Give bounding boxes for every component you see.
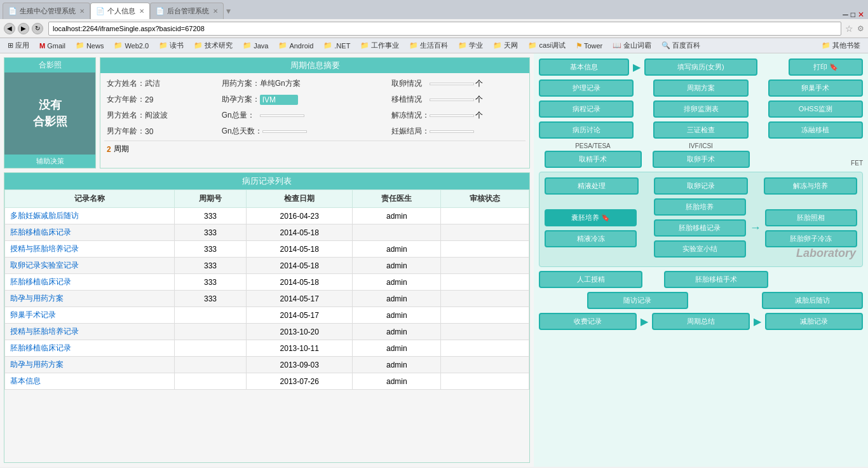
thaw-value: [430, 114, 474, 117]
record-date-cell: 2016-04-23: [247, 208, 353, 224]
period-summary-button[interactable]: 周期总结: [652, 313, 750, 330]
table-row: 助孕与用药方案3332014-05-17admin: [5, 291, 529, 307]
embryo-photo-button[interactable]: 胚胎照相: [765, 209, 857, 226]
embryo-transfer-surgery-button[interactable]: 胚胎移植手术: [664, 271, 768, 288]
maximize-button[interactable]: □: [851, 10, 855, 19]
bookmark-work[interactable]: 📁 工作事业: [356, 40, 403, 51]
oocyte-field: 取卵情况 个: [389, 77, 526, 90]
bookmark-android[interactable]: 📁 Android: [275, 41, 317, 50]
records-table-section: 病历记录列表 记录名称 周期号 检查日期 责任医生 审核状态 多胎妊娠减胎后随访…: [4, 172, 530, 463]
embryo-transfer-record-button[interactable]: 胚胎移植记录: [654, 219, 746, 237]
record-name-cell[interactable]: 助孕与用药方案: [5, 291, 175, 307]
three-cert-check-button[interactable]: 三证检查: [653, 121, 748, 139]
fill-medical-record-button[interactable]: 填写病历(女男): [644, 59, 757, 76]
casi-icon: 📁: [528, 41, 537, 50]
gmail-icon: M: [39, 42, 45, 50]
record-name-cell[interactable]: 授精与胚胎培养记录: [5, 241, 175, 258]
sperm-freeze-button[interactable]: 精液冷冻: [545, 230, 637, 247]
table-row: 授精与胚胎培养记录3332014-05-18admin: [5, 241, 529, 258]
print-button[interactable]: 打印 🔖: [789, 59, 863, 76]
sperm-process-button[interactable]: 精液处理: [545, 177, 639, 195]
dotnet-icon: 📁: [323, 41, 332, 50]
bookmark-tianwang[interactable]: 📁 天网: [489, 40, 522, 51]
thaw-culture-button[interactable]: 解冻与培养: [764, 177, 858, 195]
nursing-record-button[interactable]: 护理记录: [539, 79, 634, 97]
assist-field: 助孕方案： IVM: [219, 93, 389, 106]
period-plan-button[interactable]: 周期方案: [653, 79, 748, 97]
bookmark-dotnet[interactable]: 📁 .NET: [320, 41, 354, 50]
close-button[interactable]: ✕: [858, 10, 864, 19]
bookmark-apps-label: 应用: [15, 41, 29, 50]
bookmark-apps[interactable]: ⊞ 应用: [4, 40, 33, 51]
record-name-cell[interactable]: 取卵记录实验室记录: [5, 258, 175, 274]
embryo-egg-freeze-button[interactable]: 胚胎卵子冷冻: [765, 230, 857, 247]
reduce-record-button[interactable]: 减胎记录: [765, 313, 863, 330]
basic-info-button[interactable]: 基本信息: [539, 59, 629, 76]
female-age-label: 女方年龄：: [107, 94, 145, 105]
new-tab-button[interactable]: ▾: [224, 3, 236, 19]
laboratory-label: Laboratory: [796, 247, 856, 260]
record-name-cell[interactable]: 助孕与用药方案: [5, 357, 175, 373]
medical-discussion-button[interactable]: 病历讨论: [539, 121, 634, 139]
reduce-followup-button[interactable]: 减胎后随访: [762, 292, 863, 309]
android-icon: 📁: [278, 41, 287, 50]
lab-summary-button[interactable]: 实验室小结: [654, 240, 746, 258]
photo-header: 合影照: [4, 58, 95, 72]
egg-retrieval-button[interactable]: 取卵手术: [653, 151, 750, 168]
sperm-retrieval-button[interactable]: 取精手术: [545, 151, 642, 168]
tab-close-2[interactable]: ✕: [139, 8, 144, 15]
retrieve-record-button[interactable]: 取卵记录: [654, 177, 748, 195]
record-name-cell[interactable]: 胚胎移植临床记录: [5, 224, 175, 241]
record-name-cell[interactable]: 多胎妊娠减胎后随访: [5, 208, 175, 224]
life-icon: 📁: [409, 41, 418, 50]
embryo-culture-button[interactable]: 胚胎培养: [654, 198, 746, 216]
minimize-button[interactable]: ─: [843, 10, 848, 19]
tab-close-3[interactable]: ✕: [213, 8, 218, 15]
bookmark-gmail[interactable]: M Gmail: [36, 41, 69, 50]
bookmark-life[interactable]: 📁 生活百科: [405, 40, 452, 51]
forward-button[interactable]: ▶: [18, 23, 29, 34]
bookmark-tower[interactable]: ⚑ Tower: [572, 41, 606, 51]
bookmark-casi[interactable]: 📁 casi调试: [524, 40, 569, 51]
url-input[interactable]: [48, 22, 841, 36]
bookmark-jinshan[interactable]: 📖 金山词霸: [609, 40, 655, 51]
tab-personal-info[interactable]: 📄 个人信息 ✕: [90, 3, 150, 19]
tab-management-system[interactable]: 📄 生殖中心管理系统 ✕: [3, 3, 90, 19]
refresh-button[interactable]: ↻: [32, 23, 43, 34]
bookmark-others[interactable]: 📁 其他书签: [818, 40, 864, 51]
female-age-field: 女方年龄： 29: [104, 93, 219, 106]
artificial-insemination-button[interactable]: 人工授精: [539, 271, 642, 288]
gn-days-label: Gn总天数：: [222, 126, 262, 137]
record-name-cell[interactable]: 卵巢手术记录: [5, 307, 175, 324]
record-name-cell[interactable]: 胚胎移植临床记录: [5, 274, 175, 291]
settings-icon[interactable]: ⚙: [857, 24, 864, 33]
blastocyst-culture-button[interactable]: 囊胚培养 🔖: [545, 209, 637, 226]
bookmark-java[interactable]: 📁 Java: [239, 41, 272, 50]
bookmark-star-icon[interactable]: ☆: [845, 24, 853, 34]
tab-close-1[interactable]: ✕: [79, 8, 85, 15]
summary-header: 周期信息摘要: [100, 58, 529, 73]
bookmark-reading[interactable]: 📁 读书: [155, 40, 187, 51]
record-name-cell[interactable]: 基本信息: [5, 373, 175, 390]
bookmark-news[interactable]: 📁 News: [72, 41, 108, 50]
bookmark-web20[interactable]: 📁 Web2.0: [110, 41, 153, 50]
bookmark-tech[interactable]: 📁 技术研究: [190, 40, 236, 51]
freeze-thaw-transfer-button[interactable]: 冻融移植: [768, 121, 863, 139]
table-row: 多胎妊娠减胎后随访3332016-04-23admin: [5, 208, 529, 224]
col-header-doctor: 责任医生: [353, 190, 441, 208]
bookmark-study[interactable]: 📁 学业: [454, 40, 487, 51]
ohss-monitor-button[interactable]: OHSS监测: [768, 100, 863, 118]
ovulation-monitor-button[interactable]: 排卵监测表: [653, 100, 748, 118]
oocyte-value: [430, 83, 474, 85]
bookmark-baidu[interactable]: 🔍 百度百科: [658, 40, 704, 51]
fee-record-button[interactable]: 收费记录: [539, 313, 637, 330]
record-name-cell[interactable]: 胚胎移植临床记录: [5, 340, 175, 357]
back-button[interactable]: ◀: [4, 23, 15, 34]
ovary-surgery-button[interactable]: 卵巢手术: [768, 79, 863, 97]
disease-record-button[interactable]: 病程记录: [539, 100, 634, 118]
assist-decision-button[interactable]: 辅助决策: [4, 155, 95, 168]
record-name-cell[interactable]: 授精与胚胎培养记录: [5, 324, 175, 340]
tab-backend-system[interactable]: 📄 后台管理系统 ✕: [150, 3, 224, 19]
followup-record-button[interactable]: 随访记录: [587, 292, 688, 309]
bookmark-web20-label: Web2.0: [125, 42, 149, 50]
